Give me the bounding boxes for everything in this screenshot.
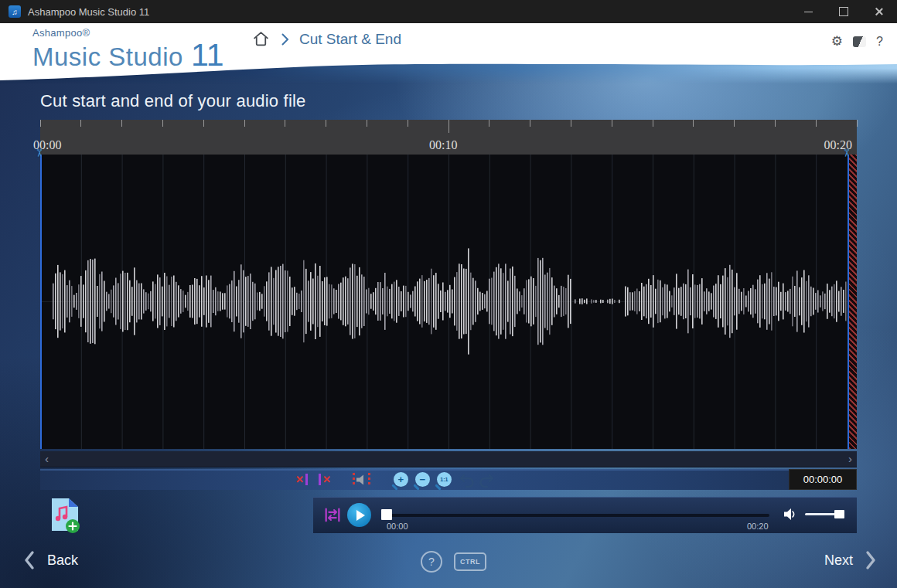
zoom-reset-button[interactable]: 1:1 <box>437 472 452 487</box>
undo-icon[interactable] <box>459 472 476 488</box>
minimize-button[interactable] <box>790 0 826 23</box>
redo-icon[interactable] <box>478 472 495 488</box>
ctrl-key-icon[interactable]: CTRL <box>454 552 486 571</box>
edit-toolbar: ✕ ✕ + − 1:1 <box>40 469 857 490</box>
back-label: Back <box>47 552 78 569</box>
ruler-mid-label: 00:10 <box>429 138 457 152</box>
play-icon <box>356 510 365 521</box>
scroll-right-icon[interactable]: › <box>844 452 857 466</box>
marker-bar-icon <box>319 474 321 485</box>
progress-track[interactable] <box>387 514 769 517</box>
chevron-right-icon <box>865 550 877 570</box>
progress-handle[interactable] <box>381 509 392 520</box>
help-circle-icon[interactable]: ? <box>421 551 442 573</box>
cut-end-excluded-region <box>849 155 857 449</box>
speaker-muted-icon <box>356 474 367 485</box>
cursor-time-display: 00:00:00 <box>789 469 857 490</box>
next-button[interactable]: Next <box>824 550 877 570</box>
play-button[interactable] <box>347 503 371 527</box>
waveform-panel[interactable] <box>40 155 857 449</box>
minimize-icon <box>804 12 813 12</box>
cut-before-marker-button[interactable]: ✕ <box>295 474 309 485</box>
app-icon: ♫ <box>9 5 21 18</box>
titlebar: ♫ Ashampoo Music Studio 11 <box>0 0 897 23</box>
app-window: ♫ Ashampoo Music Studio 11 Ashampoo® Mus… <box>0 0 897 588</box>
time-ruler[interactable]: 00:00 00:10 00:20 ✂ ✂ <box>40 120 857 155</box>
close-button[interactable] <box>861 0 897 23</box>
cut-end-scissors-icon[interactable]: ✂ <box>841 148 853 158</box>
waveform-graph <box>40 155 857 449</box>
selection-edge-icon <box>368 473 370 487</box>
total-time-label: 00:20 <box>747 522 769 531</box>
add-audio-file-button[interactable] <box>49 497 82 534</box>
volume-speaker-icon[interactable] <box>783 507 798 522</box>
close-icon <box>875 7 884 16</box>
page-title: Cut start and end of your audio file <box>40 91 306 111</box>
cut-after-marker-button[interactable]: ✕ <box>317 474 331 485</box>
zoom-in-button[interactable]: + <box>394 472 408 487</box>
maximize-button[interactable] <box>826 0 861 23</box>
loop-icon[interactable] <box>322 505 343 525</box>
remove-selection-button[interactable] <box>351 473 372 487</box>
window-controls <box>790 0 897 23</box>
waveform-scrollbar[interactable]: ‹ › <box>40 451 857 467</box>
zoom-out-button[interactable]: − <box>415 472 430 487</box>
next-label: Next <box>824 552 853 569</box>
volume-handle[interactable] <box>834 510 844 518</box>
editor-stage: Cut start and end of your audio file 00:… <box>0 23 897 588</box>
cut-x-icon: ✕ <box>322 474 331 484</box>
window-title: Ashampoo Music Studio 11 <box>28 6 149 18</box>
cut-end-marker[interactable] <box>848 155 849 449</box>
maximize-icon <box>839 7 848 16</box>
cut-start-scissors-icon[interactable]: ✂ <box>33 148 46 158</box>
scroll-left-icon[interactable]: ‹ <box>40 452 53 466</box>
marker-bar-icon <box>305 474 308 485</box>
cut-start-marker[interactable] <box>40 155 42 449</box>
back-button[interactable]: Back <box>23 550 78 570</box>
selection-edge-icon <box>353 473 355 487</box>
shortcut-hints: ? CTRL <box>421 551 486 573</box>
player-bar: 00:00 00:20 <box>313 497 857 533</box>
elapsed-time-label: 00:00 <box>387 522 408 531</box>
chevron-left-icon <box>23 550 36 570</box>
cut-x-icon: ✕ <box>295 474 304 484</box>
